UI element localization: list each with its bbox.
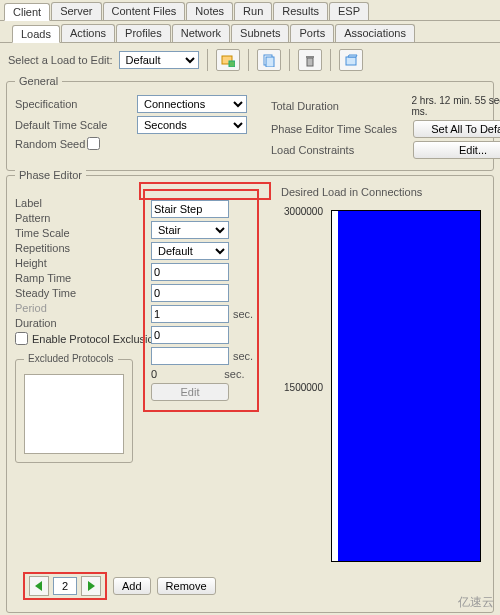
- ramptime-label: Ramp Time: [15, 272, 137, 284]
- svg-rect-4: [307, 58, 313, 66]
- add-icon[interactable]: [216, 49, 240, 71]
- tab-run[interactable]: Run: [234, 2, 272, 20]
- tab-notes[interactable]: Notes: [186, 2, 233, 20]
- page-input[interactable]: [53, 577, 77, 595]
- ytick-1_5m: 1500000: [284, 382, 323, 393]
- select-load-label: Select a Load to Edit:: [8, 54, 113, 66]
- timescale-label: Time Scale: [15, 227, 137, 239]
- tab-client[interactable]: Client: [4, 3, 50, 21]
- tab-esp[interactable]: ESP: [329, 2, 369, 20]
- next-page-button[interactable]: [81, 576, 101, 596]
- general-panel: General Specification Connections Defaul…: [6, 81, 494, 171]
- tab-server[interactable]: Server: [51, 2, 101, 20]
- tab-actions[interactable]: Actions: [61, 24, 115, 42]
- height-input[interactable]: [151, 284, 229, 302]
- load-select[interactable]: Default: [119, 51, 199, 69]
- label-label: Label: [15, 197, 42, 209]
- tab-ports[interactable]: Ports: [290, 24, 334, 42]
- total-duration-label: Total Duration: [271, 100, 411, 112]
- svg-rect-3: [266, 57, 274, 67]
- pattern-select[interactable]: Stair: [151, 221, 229, 239]
- tab-profiles[interactable]: Profiles: [116, 24, 171, 42]
- plot-fill: [338, 211, 480, 561]
- tab-loads[interactable]: Loads: [12, 25, 60, 43]
- ytick-3m: 3000000: [284, 206, 323, 217]
- svg-rect-1: [229, 61, 235, 67]
- spec-label: Specification: [15, 98, 137, 110]
- phase-editor-title: Phase Editor: [15, 169, 86, 181]
- edit-constraints-button[interactable]: Edit...: [413, 141, 500, 159]
- chart: 3000000 1500000: [281, 202, 485, 582]
- duration-label: Duration: [15, 317, 137, 329]
- random-seed-checkbox[interactable]: [87, 137, 100, 150]
- duration-value: 0: [151, 368, 220, 380]
- prev-page-button[interactable]: [29, 576, 49, 596]
- dts-label: Default Time Scale: [15, 119, 137, 131]
- svg-rect-5: [306, 56, 314, 58]
- edit-exclusion-button: Edit: [151, 383, 229, 401]
- unit-sec: sec.: [224, 368, 251, 380]
- enable-exclusion-checkbox[interactable]: [15, 332, 28, 345]
- separator: [207, 49, 208, 71]
- sub-tabs: Loads Actions Profiles Network Subnets P…: [0, 24, 500, 43]
- copy-icon[interactable]: [257, 49, 281, 71]
- label-input[interactable]: [151, 200, 229, 218]
- remove-button[interactable]: Remove: [157, 577, 216, 595]
- set-all-button[interactable]: Set All To Default: [413, 120, 500, 138]
- separator: [330, 49, 331, 71]
- repetitions-input[interactable]: [151, 263, 229, 281]
- separator: [289, 49, 290, 71]
- phase-scales-label: Phase Editor Time Scales: [271, 123, 413, 135]
- general-title: General: [15, 75, 62, 87]
- load-constraints-label: Load Constraints: [271, 144, 413, 156]
- svg-rect-6: [346, 57, 356, 65]
- page-nav: [23, 572, 107, 600]
- excluded-label: Excluded Protocols: [24, 353, 118, 364]
- top-tabs: Client Server Content Files Notes Run Re…: [0, 2, 500, 21]
- dts-select[interactable]: Seconds: [137, 116, 247, 134]
- tab-subnets[interactable]: Subnets: [231, 24, 289, 42]
- pattern-label: Pattern: [15, 212, 137, 224]
- tab-associations[interactable]: Associations: [335, 24, 415, 42]
- add-button[interactable]: Add: [113, 577, 151, 595]
- unit-sec: sec.: [233, 350, 253, 362]
- excluded-list[interactable]: [24, 374, 124, 454]
- tab-content-files[interactable]: Content Files: [103, 2, 186, 20]
- timescale-select[interactable]: Default: [151, 242, 229, 260]
- total-duration-value: 2 hrs. 12 min. 55 sec. 0 ms.: [411, 95, 500, 117]
- random-seed-label: Random Seed: [15, 138, 87, 150]
- steadytime-label: Steady Time: [15, 287, 137, 299]
- spec-select[interactable]: Connections: [137, 95, 247, 113]
- height-label: Height: [15, 257, 137, 269]
- repetitions-label: Repetitions: [15, 242, 137, 254]
- tab-results[interactable]: Results: [273, 2, 328, 20]
- delete-icon[interactable]: [298, 49, 322, 71]
- tab-network[interactable]: Network: [172, 24, 230, 42]
- ramptime-input[interactable]: [151, 305, 229, 323]
- enable-exclusion-label: Enable Protocol Exclusion: [32, 333, 160, 345]
- separator: [248, 49, 249, 71]
- toolbar: Select a Load to Edit: Default: [0, 43, 500, 77]
- unit-sec: sec.: [233, 308, 253, 320]
- period-label: Period: [15, 302, 137, 314]
- watermark: 亿速云: [458, 594, 494, 611]
- phase-editor-panel: Phase Editor Label Pattern Time Scale Re…: [6, 175, 494, 613]
- steadytime-input[interactable]: [151, 326, 229, 344]
- open-icon[interactable]: [339, 49, 363, 71]
- chart-title: Desired Load in Connections: [281, 186, 485, 198]
- plot-area: [331, 210, 481, 562]
- period-input: [151, 347, 229, 365]
